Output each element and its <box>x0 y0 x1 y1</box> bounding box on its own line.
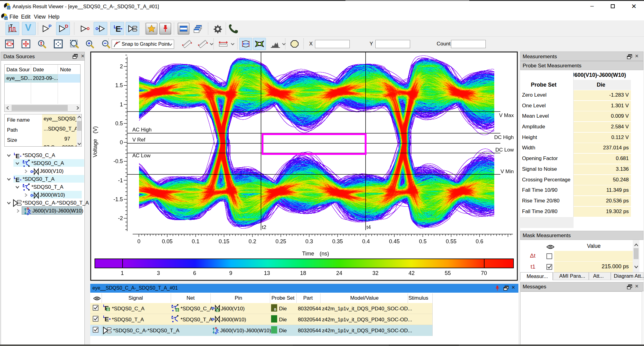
svg-text:0.5: 0.5 <box>419 238 427 244</box>
svg-text:V Min: V Min <box>501 169 514 174</box>
svg-text:AC High: AC High <box>132 127 152 133</box>
svg-text:V: V <box>8 6 10 10</box>
svg-text:0.45: 0.45 <box>389 238 400 244</box>
svg-text:t4: t4 <box>367 224 371 230</box>
svg-text:-1.5: -1.5 <box>113 196 123 202</box>
svg-text:0: 0 <box>137 238 140 244</box>
svg-text:E: E <box>116 24 121 34</box>
svg-text:0.15: 0.15 <box>219 238 229 244</box>
svg-text:E: E <box>105 316 109 323</box>
svg-text:D: D <box>65 23 68 29</box>
svg-text:-2: -2 <box>118 215 123 221</box>
svg-text:0.5: 0.5 <box>115 120 123 127</box>
svg-text:0.25: 0.25 <box>275 238 286 244</box>
svg-text:1.5: 1.5 <box>115 82 123 88</box>
svg-text:B: B <box>107 308 109 311</box>
svg-text:E: E <box>16 153 20 159</box>
svg-text:V Max: V Max <box>499 112 514 118</box>
svg-text:-1: -1 <box>118 177 123 184</box>
svg-text:B: B <box>176 309 178 312</box>
svg-text:0.05: 0.05 <box>162 238 173 244</box>
svg-text:2: 2 <box>120 63 123 70</box>
svg-text:0.3: 0.3 <box>305 238 313 244</box>
svg-text:0.2: 0.2 <box>249 238 256 244</box>
svg-text:0.55: 0.55 <box>446 238 456 244</box>
svg-text:E: E <box>16 177 20 183</box>
svg-text:AC Low: AC Low <box>132 153 151 159</box>
svg-text:DC High: DC High <box>494 134 514 140</box>
svg-text:DC Low: DC Low <box>496 147 514 153</box>
svg-text:V: V <box>5 17 7 20</box>
svg-text:0.1: 0.1 <box>192 238 199 244</box>
svg-text:0.6: 0.6 <box>476 238 483 244</box>
svg-text:1: 1 <box>120 102 123 108</box>
svg-text:Voltage (V): Voltage (V) <box>92 126 98 157</box>
svg-text:Time (ns): Time (ns) <box>302 251 329 257</box>
svg-text:0.4: 0.4 <box>362 238 370 244</box>
svg-text:P: P <box>48 23 52 29</box>
svg-text:V Ref: V Ref <box>132 137 145 143</box>
svg-text:0.35: 0.35 <box>332 238 343 244</box>
svg-text:B: B <box>216 309 219 312</box>
svg-text:0: 0 <box>120 139 123 145</box>
svg-text:t2: t2 <box>262 224 266 230</box>
svg-text:-0.5: -0.5 <box>113 158 123 164</box>
